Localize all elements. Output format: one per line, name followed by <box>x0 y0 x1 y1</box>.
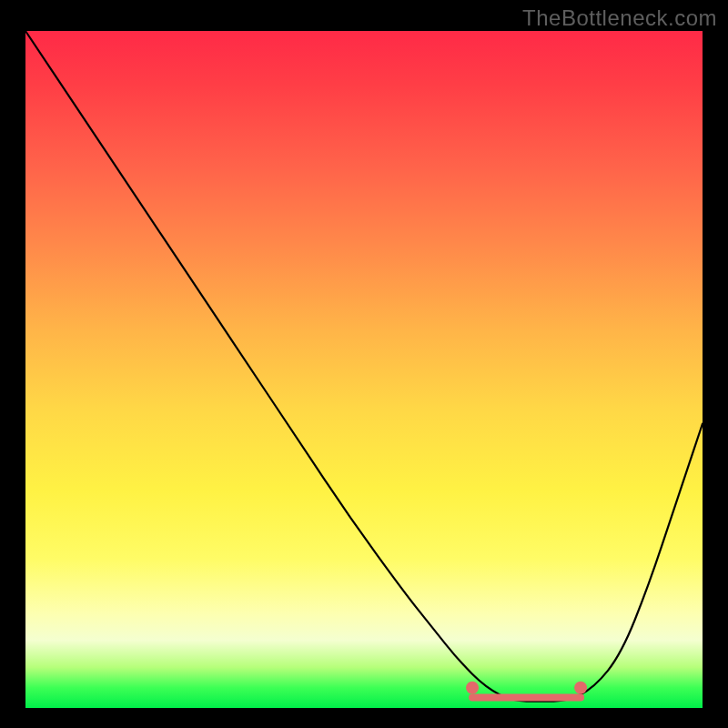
optimal-range-right-dot <box>574 682 587 694</box>
optimal-range-left-dot <box>466 682 479 694</box>
chart-frame: TheBottleneck.com <box>0 0 728 728</box>
bottleneck-curve-line <box>25 31 703 702</box>
watermark-text: TheBottleneck.com <box>522 5 717 31</box>
bottleneck-curve-svg <box>25 31 703 708</box>
plot-area <box>25 31 703 708</box>
